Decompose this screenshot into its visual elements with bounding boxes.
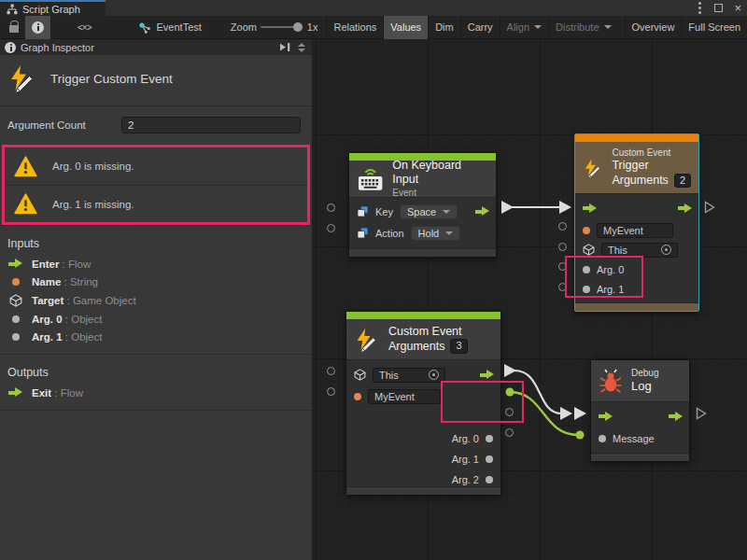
carry-button[interactable]: Carry	[460, 16, 500, 39]
arg-output-unconnected-port[interactable]	[505, 428, 514, 437]
node-trigger-custom-event[interactable]: Custom Event Trigger Arguments 2 MyEve	[574, 133, 699, 312]
node-title: Log	[631, 379, 658, 394]
cube-icon[interactable]	[354, 369, 366, 381]
node-body: Message	[591, 402, 689, 453]
warning-text: Arg. 1 is missing.	[52, 199, 134, 210]
tab-script-graph[interactable]: Script Graph	[0, 0, 106, 16]
value-input-port[interactable]	[558, 222, 567, 231]
target-row: This	[346, 363, 500, 386]
port-list-item: Target : Game Object	[0, 290, 312, 310]
scroll-down-icon[interactable]	[298, 49, 305, 52]
value-input-port[interactable]	[558, 262, 567, 271]
key-dropdown[interactable]: Space	[400, 204, 458, 219]
value-input-port[interactable]	[558, 243, 567, 251]
graph-inspector-panel: Graph Inspector Trigger Custom Event Arg…	[0, 39, 313, 560]
graph-asset-breadcrumb[interactable]: EventTest	[132, 16, 208, 39]
dim-button[interactable]: Dim	[428, 16, 460, 39]
action-dropdown[interactable]: Hold	[411, 226, 461, 241]
object-port-icon[interactable]	[486, 476, 493, 483]
argument-count-row: Argument Count	[7, 117, 301, 133]
object-port-icon[interactable]	[583, 286, 590, 293]
object-port-icon[interactable]	[599, 435, 606, 442]
flow-output-unconnected-port[interactable]	[704, 201, 715, 214]
node-debug-log[interactable]: Debug Log Message	[590, 359, 690, 462]
key-row: Key Space	[349, 201, 496, 222]
node-custom-event[interactable]: Custom Event Arguments 3 This	[345, 311, 501, 496]
flow-output-unconnected-port[interactable]	[696, 407, 707, 420]
wire-listener-to-debug	[504, 364, 586, 420]
relations-button[interactable]: Relations	[326, 16, 383, 39]
node-footer	[591, 453, 689, 461]
node-footer	[346, 486, 500, 495]
zoom-slider-handle[interactable]	[293, 22, 303, 32]
zoom-value: 1x	[307, 21, 318, 33]
message-row: Message	[591, 428, 689, 449]
bug-icon	[599, 369, 623, 394]
value-input-port[interactable]	[327, 387, 335, 396]
object-port-icon[interactable]	[486, 455, 493, 463]
menu-icon[interactable]	[698, 7, 701, 9]
flow-output-port[interactable]	[678, 203, 692, 214]
target-picker-icon[interactable]	[661, 245, 671, 255]
warning-text: Arg. 0 is missing.	[52, 161, 134, 172]
scroll-up-icon[interactable]	[298, 43, 305, 47]
flow-output-port[interactable]	[480, 370, 494, 380]
key-label: Key	[375, 206, 393, 217]
warnings-highlight-box: Arg. 0 is missing. Arg. 1 is missing.	[2, 145, 310, 225]
selected-unit-title: Trigger Custom Event	[50, 72, 173, 86]
arg-label: Arg. 1	[452, 454, 479, 465]
edit-source-button[interactable]: <×>	[71, 16, 98, 39]
object-port-icon[interactable]	[583, 266, 590, 273]
event-name-field[interactable]: MyEvent	[368, 389, 441, 404]
inspect-toggle-button[interactable]	[25, 16, 50, 39]
target-picker-icon[interactable]	[429, 370, 439, 380]
align-button[interactable]: Align	[500, 16, 548, 39]
values-button[interactable]: Values	[383, 16, 428, 39]
flow-output-port[interactable]	[475, 206, 489, 217]
panel-scroll-steppers[interactable]	[296, 43, 307, 52]
dock-icon[interactable]	[278, 42, 291, 52]
zoom-slider[interactable]	[261, 26, 299, 28]
value-input-port[interactable]	[327, 224, 335, 232]
value-input-port[interactable]	[327, 203, 335, 212]
maximize-icon[interactable]	[714, 4, 723, 12]
cube-icon	[9, 294, 22, 307]
warning-row: Arg. 1 is missing.	[5, 185, 307, 222]
close-icon[interactable]: ×	[734, 2, 741, 14]
node-subtitle: Event	[392, 188, 488, 200]
graph-canvas[interactable]: On Keyboard Input Event Key Space	[313, 39, 747, 560]
overview-button[interactable]: Overview	[625, 16, 682, 39]
node-body: This MyEvent Arg. 0 Arg. 1	[346, 360, 500, 486]
distribute-button[interactable]: Distribute	[548, 16, 617, 39]
port-list-item: Enter : Flow	[0, 255, 312, 273]
node-on-keyboard-input[interactable]: On Keyboard Input Event Key Space	[348, 152, 497, 258]
value-input-port[interactable]	[558, 283, 567, 291]
arguments-count-badge: 2	[674, 174, 691, 189]
flow-row	[575, 196, 698, 220]
full-screen-button[interactable]: Full Screen	[681, 16, 747, 39]
target-field[interactable]: This	[373, 368, 445, 383]
wire-keyboard-to-trigger	[501, 201, 571, 214]
node-category: Custom Event	[388, 325, 468, 340]
flow-input-port[interactable]	[599, 412, 613, 422]
flow-output-port[interactable]	[669, 412, 683, 422]
inputs-section: Inputs Enter : Flow Name : String Target…	[0, 225, 312, 354]
target-field[interactable]: This	[601, 243, 678, 258]
port-list-item: Arg. 1 : Object	[0, 328, 312, 345]
arguments-label: Arguments	[612, 174, 668, 189]
event-name-field[interactable]: MyEvent	[597, 223, 673, 238]
string-port-icon[interactable]	[354, 393, 361, 400]
lock-button[interactable]	[3, 16, 25, 39]
arg-output-unconnected-port[interactable]	[505, 408, 514, 416]
event-color-bar	[346, 312, 500, 319]
info-icon	[5, 42, 16, 53]
object-port-icon[interactable]	[486, 435, 493, 442]
info-icon	[32, 21, 44, 34]
node-body: Key Space Action Hold	[349, 198, 496, 248]
argument-count-input[interactable]	[121, 117, 301, 133]
flow-input-port[interactable]	[583, 203, 597, 214]
value-input-port[interactable]	[327, 367, 335, 375]
string-port-icon[interactable]	[583, 227, 590, 234]
warning-row: Arg. 0 is missing.	[5, 147, 307, 185]
cube-icon[interactable]	[583, 244, 595, 256]
